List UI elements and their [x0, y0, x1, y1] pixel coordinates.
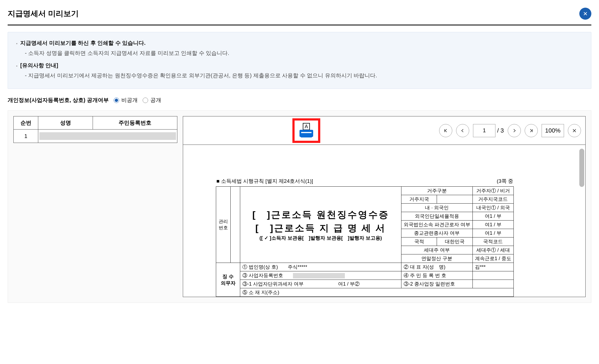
close-icon [583, 11, 588, 16]
print-icon: A [297, 122, 315, 140]
meta-label: 종교관련종사자 여부 [401, 229, 472, 237]
radio-public-label: 공개 [150, 96, 161, 104]
field-label: ⑤ 소 재 지(주소) [240, 288, 514, 297]
scrollbar-thumb[interactable] [579, 149, 584, 187]
svg-text:A: A [305, 124, 308, 129]
col-seq: 순번 [14, 116, 38, 130]
zoom-level[interactable]: 100% [542, 124, 564, 137]
disclosure-label: 개인정보(사업자등록번호, 상호) 공개여부 [8, 96, 109, 104]
payer-label: 징 수 의무자 [218, 273, 238, 286]
viewer-container: 순번 성명 주민등록번호 1 A [8, 110, 591, 303]
col-ssn: 주민등록번호 [93, 116, 177, 130]
meta-label: 연말정산 구분 [401, 254, 472, 263]
meta-label: 내 · 외국인 [401, 204, 472, 212]
meta-label: 외국법인소속 파견근로자 여부 [401, 221, 472, 229]
radio-public[interactable]: 공개 [143, 96, 161, 104]
info-note-text: - 지급명세서 미리보기에서 제공하는 원천징수영수증은 확인용으로 외부기관(… [25, 72, 583, 79]
meta-label: 세대주 여부 [401, 246, 472, 254]
field-value: 주식***** [288, 264, 307, 270]
doc-title-1: [ ]근로소득 원천징수영수증 [242, 208, 399, 221]
mgmt-no-label: 관리 [218, 218, 228, 225]
meta-label: 외국인단일세율적용 [401, 212, 472, 221]
field-label: ④ 주 민 등 록 번 호 [401, 271, 472, 280]
chevron-left-icon [460, 128, 465, 133]
page-total: / 3 [497, 127, 504, 134]
col-name: 성명 [38, 116, 93, 130]
meta-value: 계속근로1 / 중도 [472, 254, 513, 263]
meta-value: 세대주① / 세대 [472, 246, 513, 254]
field-value: 여1 / 부② [338, 281, 360, 287]
last-page-icon [529, 128, 534, 133]
cell-masked [39, 132, 176, 140]
field-label: ③-1 사업자단위과세자 여부 [242, 281, 304, 287]
info-panel: 지급명세서 미리보기를 하신 후 인쇄할 수 있습니다. - 소득자 성명을 클… [8, 32, 591, 89]
form-page-info: (3쪽 중 [497, 178, 513, 185]
meta-label: 국적 [401, 237, 437, 246]
form-reference: ■ 소득세법 시행규칙 [별지 제24호서식(1)] [216, 178, 313, 185]
last-page-button[interactable] [525, 124, 538, 137]
meta-value: 대한민국 [437, 237, 473, 246]
chevron-right-icon [512, 128, 517, 133]
info-subline: - 소득자 성명을 클릭하면 소득자의 지급명세서 자료를 미리보고 인쇄할 수… [25, 49, 583, 57]
field-label: ② 대 표 자(성 명) [401, 263, 472, 271]
meta-value: 거주지국코드 [472, 195, 513, 204]
radio-private-label: 비공개 [121, 96, 138, 104]
document-form-table: 관리 번호 [ ]근로소득 원천징수영수증 [ ]근로소득 지 급 명 세 서 … [216, 186, 514, 297]
field-label: ③-2 종사업장 일련번호 [401, 280, 472, 288]
viewer-toolbar: A / 3 [183, 116, 585, 145]
person-list-table: 순번 성명 주민등록번호 1 [13, 116, 177, 143]
svg-rect-4 [301, 132, 312, 133]
prev-page-button[interactable] [456, 124, 469, 137]
doc-subtitle: ([ ✓ ]소득자 보관용[ ]발행자 보관용[ ]발행자 보고용) [242, 235, 399, 241]
meta-value: 여1 / 부 [472, 212, 513, 221]
close-button[interactable] [579, 8, 591, 20]
masked-value [293, 273, 345, 278]
radio-private[interactable]: 비공개 [114, 96, 138, 104]
header-divider [8, 25, 591, 25]
radio-private-input[interactable] [114, 98, 119, 103]
document-area[interactable]: ■ 소득세법 시행규칙 [별지 제24호서식(1)] (3쪽 중 관리 번호 [… [183, 145, 585, 297]
x-icon [572, 128, 577, 133]
meta-value: 여1 / 부 [472, 221, 513, 229]
close-viewer-button[interactable] [568, 124, 581, 137]
field-label: ③ 사업자등록번호 [242, 273, 283, 278]
meta-label: 거주구분 [401, 187, 472, 195]
table-row[interactable]: 1 [14, 130, 177, 143]
info-line: 지급명세서 미리보기를 하신 후 인쇄할 수 있습니다. [16, 39, 583, 47]
page-title: 지급명세서 미리보기 [8, 8, 79, 19]
info-note-title: [유의사항 안내] [16, 62, 583, 69]
meta-value: 내국인① / 외국 [472, 204, 513, 212]
first-page-button[interactable] [439, 124, 452, 137]
radio-public-input[interactable] [143, 98, 148, 103]
mgmt-no-label2: 번호 [218, 225, 228, 231]
field-value: 김*** [472, 263, 513, 271]
print-button[interactable]: A [292, 118, 320, 143]
first-page-icon [443, 128, 448, 133]
meta-value: 국적코드 [472, 237, 513, 246]
cell-seq: 1 [14, 130, 38, 143]
svg-rect-3 [301, 135, 312, 137]
field-label: ① 법인명(상 호) [242, 264, 278, 270]
next-page-button[interactable] [508, 124, 521, 137]
document-viewer: A / 3 [183, 116, 586, 297]
meta-label: 거주지국 [401, 195, 437, 204]
meta-value: 거주자① / 비거 [472, 187, 513, 195]
page-input[interactable] [473, 124, 495, 137]
doc-title-2: [ ]근로소득 지 급 명 세 서 [242, 221, 399, 235]
meta-value: 여1 / 부 [472, 229, 513, 237]
